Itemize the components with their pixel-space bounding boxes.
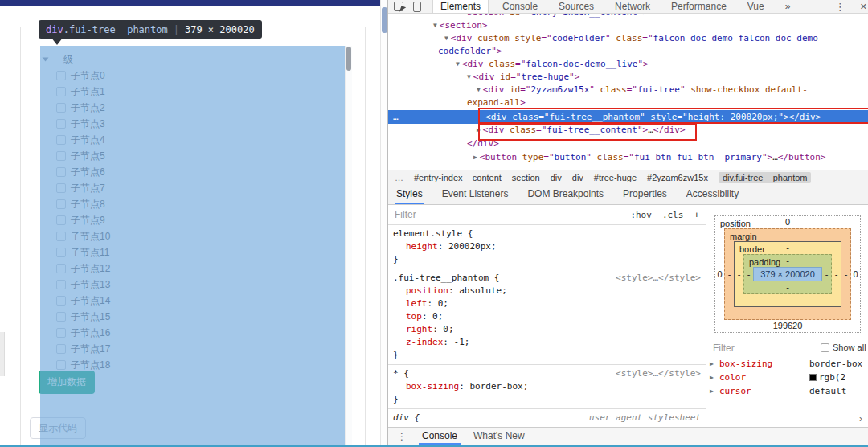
element-highlight-overlay bbox=[40, 46, 345, 447]
breadcrumb-item[interactable]: div.fui-tree__phantom bbox=[719, 172, 812, 183]
computed-property-name: box-sizing bbox=[719, 359, 772, 369]
expand-arrow-icon[interactable]: ▼ bbox=[456, 60, 462, 68]
computed-property-value: rgb(2 bbox=[809, 371, 868, 384]
box-model-padding[interactable]: padding - - 379 × 200020 - - bbox=[743, 254, 832, 294]
css-rule-source-link[interactable]: user agent stylesheet bbox=[589, 412, 701, 424]
tab-event-listeners[interactable]: Event Listeners bbox=[442, 184, 509, 204]
box-model-margin[interactable]: margin - - border - - padding - bbox=[724, 228, 851, 320]
breadcrumb-item[interactable]: #entry-index__content bbox=[414, 173, 502, 182]
devtools-tab-console[interactable]: Console bbox=[495, 0, 545, 13]
css-property[interactable]: height: 200020px; bbox=[393, 240, 699, 253]
device-toolbar-icon[interactable] bbox=[413, 2, 421, 12]
css-rule[interactable]: div {user agent stylesheetdisplay: block… bbox=[388, 409, 706, 427]
elements-line-selected[interactable]: …<div class="fui-tree__phantom" style="h… bbox=[388, 110, 868, 124]
expand-arrow-icon[interactable]: ▶ bbox=[710, 384, 714, 398]
elements-line[interactable]: ▼<div custom-style="codeFolder" class="f… bbox=[444, 32, 823, 45]
devtools-tab-vue[interactable]: Vue bbox=[740, 0, 772, 13]
css-property[interactable]: box-sizing: border-box; bbox=[393, 380, 699, 393]
elements-line[interactable]: ▶<div class="fui-tree__content">…</div> bbox=[477, 124, 686, 137]
page-header-bar bbox=[0, 0, 385, 6]
css-rule-source-link[interactable]: <style>…</style> bbox=[616, 272, 701, 285]
breadcrumb-ellipsis[interactable]: … bbox=[395, 173, 403, 182]
breadcrumb-item[interactable]: div bbox=[551, 173, 562, 182]
expand-arrow-icon[interactable]: ▶ bbox=[710, 357, 714, 371]
drawer-tab-console[interactable]: Console bbox=[414, 428, 465, 445]
metrics-sidebar: position 0 0 margin - - border - - bbox=[706, 205, 868, 427]
styles-control-cls[interactable]: .cls bbox=[662, 210, 684, 220]
css-property[interactable]: left: 0; bbox=[393, 297, 699, 310]
tooltip-arrow bbox=[51, 38, 63, 45]
styles-tabbar: StylesEvent ListenersDOM BreakpointsProp… bbox=[388, 184, 868, 205]
tab-properties[interactable]: Properties bbox=[623, 184, 667, 204]
tab-accessibility[interactable]: Accessibility bbox=[686, 184, 739, 204]
styles-pane: Filter :hov.cls+ element.style {height: … bbox=[388, 205, 706, 427]
breadcrumb-item[interactable]: section bbox=[512, 173, 540, 182]
tooltip-dimensions: 379 × 200020 bbox=[185, 24, 255, 35]
css-rule[interactable]: * {<style>…</style>box-sizing: border-bo… bbox=[388, 365, 706, 409]
css-rule-close: } bbox=[393, 393, 699, 406]
breadcrumb: …#entry-index__contentsectiondivdiv#tree… bbox=[388, 170, 868, 184]
elements-line[interactable]: expand-all> bbox=[467, 96, 526, 109]
computed-property-row[interactable]: ▶cursordefault bbox=[706, 384, 868, 398]
devtools-tab-sources[interactable]: Sources bbox=[551, 0, 601, 13]
css-property[interactable]: right: 0; bbox=[393, 323, 699, 336]
tooltip-selector: .fui-tree__phantom bbox=[63, 24, 168, 35]
devtools-menu-kebab-icon[interactable]: ⋮ bbox=[827, 1, 854, 13]
tree-scrollbar[interactable] bbox=[345, 46, 352, 447]
expand-arrow-icon[interactable]: ▶ bbox=[477, 126, 483, 133]
devtools-tab-elements[interactable]: Elements bbox=[432, 0, 489, 13]
drawer-menu-kebab-icon[interactable]: ⋮ bbox=[388, 431, 414, 442]
styles-control-hov[interactable]: :hov bbox=[630, 210, 652, 220]
box-model-content[interactable]: 379 × 200020 bbox=[753, 267, 822, 281]
css-rule-source-link[interactable]: <style>…</style> bbox=[616, 367, 701, 380]
tab-dom-breakpoints[interactable]: DOM Breakpoints bbox=[527, 184, 604, 204]
inspect-element-icon[interactable] bbox=[394, 2, 403, 11]
elements-line[interactable]: ▶<button type="button" class="fui-btn fu… bbox=[473, 151, 825, 164]
chevron-right-icon[interactable]: › bbox=[859, 413, 862, 424]
show-all-checkbox[interactable] bbox=[821, 343, 829, 352]
css-rule[interactable]: element.style {height: 200020px;} bbox=[388, 225, 706, 269]
expand-arrow-icon[interactable]: ▼ bbox=[433, 22, 440, 29]
devtools-tab-performance[interactable]: Performance bbox=[664, 0, 734, 13]
elements-line[interactable]: codefolder"> bbox=[438, 45, 502, 58]
css-rule[interactable]: .fui-tree__phantom {<style>…</style>posi… bbox=[388, 269, 706, 365]
elements-line[interactable]: ▼<div id="tree-huge"> bbox=[467, 71, 579, 84]
tree-scrollbar-thumb[interactable] bbox=[346, 47, 351, 71]
css-property[interactable]: position: absolute; bbox=[393, 285, 699, 297]
page-scrollbar[interactable] bbox=[380, 0, 387, 447]
expand-arrow-icon[interactable]: ▼ bbox=[444, 35, 451, 42]
css-property[interactable]: z-index: -1; bbox=[393, 336, 699, 349]
devtools-tab-[interactable]: » bbox=[778, 0, 798, 13]
elements-line[interactable]: ▼<section> bbox=[433, 19, 487, 32]
box-model-position[interactable]: position 0 0 margin - - border - - bbox=[714, 215, 861, 333]
drawer-tab-whatsnew[interactable]: What's New bbox=[465, 428, 533, 445]
expand-arrow-icon[interactable]: ▼ bbox=[477, 86, 483, 93]
styles-filter-controls: :hov.cls+ bbox=[630, 210, 699, 220]
css-rule-close: } bbox=[393, 253, 699, 266]
devtools-close-icon[interactable]: ✕ bbox=[854, 2, 868, 12]
styles-control-[interactable]: + bbox=[694, 210, 699, 220]
computed-property-row[interactable]: ▶box-sizingborder-box bbox=[706, 357, 868, 371]
breadcrumb-item[interactable]: div bbox=[572, 173, 583, 182]
breadcrumb-item[interactable]: #2yzam6zw15x bbox=[647, 173, 708, 182]
browser-page: 一级 子节点0子节点1子节点2子节点3子节点4子节点5子节点6子节点7子节点8子… bbox=[0, 0, 387, 447]
breadcrumb-item[interactable]: #tree-huge bbox=[594, 173, 637, 182]
devtools-tab-network[interactable]: Network bbox=[608, 0, 657, 13]
show-all-toggle[interactable]: Show all bbox=[821, 342, 868, 352]
box-model-border[interactable]: border - - padding - - 379 × 200020 bbox=[734, 241, 841, 307]
elements-line[interactable]: ▼<div class="falcon-doc-demo__live"> bbox=[456, 58, 649, 71]
computed-filter-input[interactable]: Filter bbox=[713, 342, 735, 354]
inspect-tooltip: div.fui-tree__phantom | 379 × 200020 bbox=[39, 20, 262, 39]
computed-property-name: color bbox=[719, 372, 746, 383]
elements-line[interactable]: </div> bbox=[467, 137, 499, 150]
page-scrollbar-thumb[interactable] bbox=[382, 7, 387, 33]
css-property[interactable]: top: 0; bbox=[393, 310, 699, 323]
expand-arrow-icon[interactable]: ▼ bbox=[467, 73, 473, 80]
styles-filter-input[interactable]: Filter bbox=[395, 209, 416, 220]
tab-styles[interactable]: Styles bbox=[396, 184, 423, 204]
expand-arrow-icon[interactable]: ▶ bbox=[710, 371, 714, 384]
expand-arrow-icon[interactable]: ▶ bbox=[473, 154, 480, 161]
elements-line[interactable]: ▼<div id="2yzam6zw15x" class="fui-tree" … bbox=[477, 84, 808, 96]
tooltip-tag: div bbox=[46, 24, 63, 35]
computed-property-row[interactable]: ▶colorrgb(2 bbox=[706, 371, 868, 384]
